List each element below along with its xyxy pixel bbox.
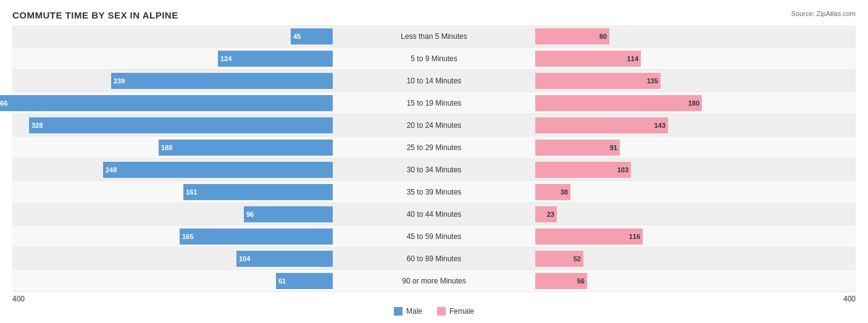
- center-label: 5 to 9 Minutes: [385, 54, 483, 63]
- male-bar-container: 328: [29, 117, 333, 133]
- male-bar-container: 161: [183, 183, 333, 200]
- center-label: 40 to 44 Minutes: [385, 210, 483, 219]
- male-value-inside: 104: [239, 255, 250, 262]
- female-value-inside: 80: [599, 33, 607, 40]
- male-value-inside: 124: [220, 55, 232, 62]
- female-bar: 52: [535, 251, 583, 267]
- female-value-inside: 116: [629, 233, 640, 240]
- center-label: 60 to 89 Minutes: [385, 254, 483, 263]
- male-value-inside: 188: [161, 144, 172, 151]
- bar-inner: 104 60 to 89 Minutes 52: [12, 248, 856, 269]
- female-bar: 135: [535, 73, 661, 89]
- male-bar-container: 124: [218, 50, 333, 67]
- female-bar: 56: [535, 273, 587, 289]
- table-row: 161 35 to 39 Minutes 38: [12, 181, 856, 203]
- legend-male: Male: [394, 307, 422, 316]
- center-label: 30 to 34 Minutes: [385, 166, 483, 174]
- male-value-inside: 366: [0, 99, 7, 107]
- female-bar-container: 23: [535, 206, 557, 222]
- male-bar: 248: [103, 162, 333, 178]
- center-label: 90 or more Minutes: [385, 277, 483, 285]
- male-bar: 239: [111, 73, 333, 89]
- axis-right: 400: [843, 295, 856, 303]
- table-row: 104 60 to 89 Minutes 52: [12, 248, 856, 270]
- table-row: 188 25 to 29 Minutes 91: [12, 136, 856, 159]
- male-value-inside: 61: [278, 277, 286, 285]
- female-value-inside: 135: [647, 77, 658, 85]
- female-value-inside: 23: [547, 211, 554, 218]
- bar-inner: 366 15 to 19 Minutes 180: [12, 92, 856, 114]
- table-row: 124 5 to 9 Minutes 114: [12, 48, 856, 70]
- female-bar: 143: [535, 117, 668, 133]
- female-bar-container: 180: [535, 94, 702, 111]
- female-bar: 91: [535, 140, 620, 156]
- center-label: 10 to 14 Minutes: [385, 77, 483, 85]
- male-bar: 96: [244, 206, 333, 222]
- male-bar-container: 61: [276, 272, 333, 289]
- female-legend-box: [437, 307, 446, 316]
- male-value-inside: 96: [246, 211, 254, 218]
- male-value-inside: 239: [114, 77, 125, 85]
- bar-inner: 165 45 to 59 Minutes 116: [12, 225, 856, 247]
- female-value-inside: 143: [654, 122, 666, 129]
- male-bar: 188: [159, 140, 333, 156]
- table-row: 96 40 to 44 Minutes 23: [12, 203, 856, 225]
- female-bar: 80: [535, 28, 609, 44]
- male-value-inside: 248: [106, 166, 117, 174]
- female-bar: 180: [535, 95, 702, 111]
- bar-inner: 45 Less than 5 Minutes 80: [12, 25, 856, 47]
- male-value-inside: 165: [182, 233, 193, 240]
- male-legend-box: [394, 307, 403, 316]
- legend: Male Female: [12, 307, 856, 316]
- female-bar: 38: [535, 184, 570, 200]
- female-bar-container: 114: [535, 50, 641, 67]
- male-bar: 104: [236, 251, 333, 267]
- bar-inner: 188 25 to 29 Minutes 91: [12, 136, 856, 158]
- female-bar-container: 143: [535, 117, 668, 133]
- center-label: 20 to 24 Minutes: [385, 121, 483, 130]
- male-value-inside: 45: [293, 33, 301, 40]
- male-bar-container: 239: [111, 72, 333, 89]
- male-bar-container: 45: [291, 28, 333, 44]
- male-bar: 124: [218, 51, 333, 67]
- axis-left: 400: [12, 295, 25, 303]
- bar-inner: 61 90 or more Minutes 56: [12, 270, 856, 292]
- male-bar: 366: [0, 95, 333, 111]
- chart-container: COMMUTE TIME BY SEX IN ALPINE Source: Zi…: [0, 0, 868, 323]
- center-label: Less than 5 Minutes: [385, 32, 483, 41]
- bar-inner: 124 5 to 9 Minutes 114: [12, 48, 856, 69]
- female-bar-container: 103: [535, 161, 631, 178]
- bar-inner: 248 30 to 34 Minutes 103: [12, 159, 856, 180]
- female-value-inside: 91: [610, 144, 617, 151]
- female-bar-container: 91: [535, 139, 620, 156]
- female-value-inside: 38: [561, 188, 568, 196]
- male-value-inside: 161: [186, 188, 197, 196]
- female-bar-container: 135: [535, 72, 661, 89]
- bar-inner: 328 20 to 24 Minutes 143: [12, 114, 856, 136]
- male-bar-container: 366: [0, 94, 333, 111]
- bar-inner: 239 10 to 14 Minutes 135: [12, 70, 856, 91]
- axis-labels: 400 400: [12, 295, 856, 303]
- female-bar: 114: [535, 51, 641, 67]
- male-bar: 328: [29, 117, 333, 133]
- male-bar: 61: [276, 273, 333, 289]
- center-label: 25 to 29 Minutes: [385, 143, 483, 152]
- female-value-inside: 180: [688, 99, 699, 107]
- table-row: 165 45 to 59 Minutes 116: [12, 225, 856, 248]
- female-value-inside: 103: [617, 166, 628, 174]
- female-value-inside: 114: [627, 55, 638, 62]
- bar-inner: 161 35 to 39 Minutes 38: [12, 181, 856, 203]
- male-bar-container: 96: [244, 206, 333, 222]
- center-label: 45 to 59 Minutes: [385, 232, 483, 241]
- male-bar: 45: [291, 28, 333, 44]
- female-bar-container: 52: [535, 250, 583, 267]
- female-bar-container: 116: [535, 228, 643, 245]
- male-bar: 165: [180, 229, 333, 245]
- chart-title: COMMUTE TIME BY SEX IN ALPINE: [12, 10, 856, 20]
- male-legend-label: Male: [406, 307, 422, 316]
- female-bar: 23: [535, 206, 557, 222]
- female-bar: 116: [535, 229, 643, 245]
- male-bar-container: 248: [103, 161, 333, 178]
- female-legend-label: Female: [449, 307, 474, 316]
- male-bar-container: 188: [159, 139, 333, 156]
